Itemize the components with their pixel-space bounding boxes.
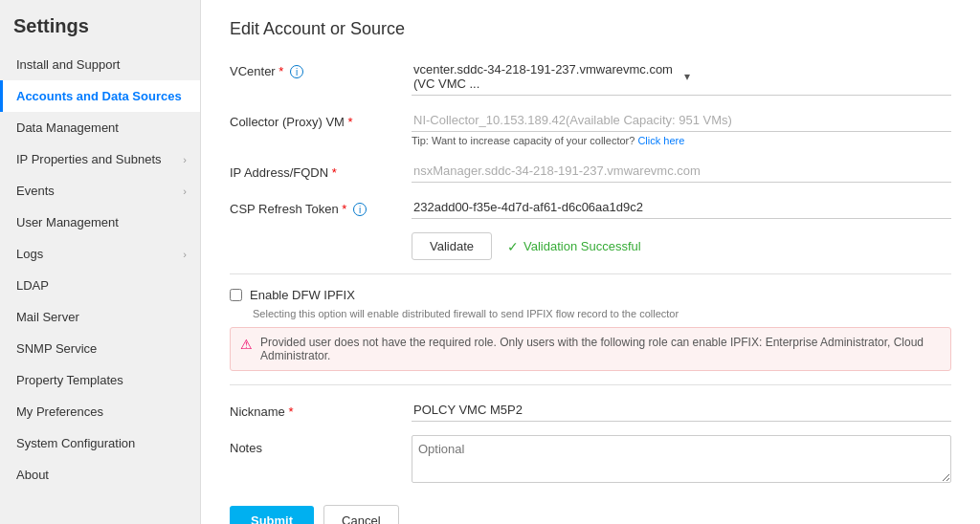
sidebar-item-system-configuration[interactable]: System Configuration: [0, 427, 200, 459]
notes-textarea[interactable]: [412, 435, 951, 483]
ip-row: IP Address/FQDN *: [230, 160, 951, 183]
nickname-input[interactable]: [412, 399, 951, 422]
notes-field: [412, 435, 951, 486]
nickname-label: Nickname *: [230, 399, 412, 419]
cancel-button[interactable]: Cancel: [323, 505, 398, 524]
sidebar-item-accounts-data-sources[interactable]: Accounts and Data Sources: [0, 80, 200, 112]
sidebar-item-label: Install and Support: [16, 57, 120, 72]
validation-success: ✓ Validation Successful: [507, 239, 641, 254]
action-row: Submit Cancel: [230, 505, 951, 524]
dfw-check-row: Enable DFW IPFIX: [230, 288, 951, 302]
dfw-label[interactable]: Enable DFW IPFIX: [250, 288, 355, 302]
divider: [230, 273, 951, 274]
validate-button[interactable]: Validate: [412, 232, 492, 260]
dfw-warning: ⚠ Provided user does not have the requir…: [230, 327, 951, 371]
sidebar-item-label: Logs: [16, 247, 43, 261]
sidebar-item-my-preferences[interactable]: My Preferences: [0, 396, 200, 427]
chevron-right-icon: ›: [183, 249, 187, 260]
collector-label: Collector (Proxy) VM *: [230, 109, 412, 129]
dfw-section: Enable DFW IPFIX Selecting this option w…: [230, 288, 951, 371]
collector-row: Collector (Proxy) VM * Tip: Want to incr…: [230, 109, 951, 146]
csp-info-icon[interactable]: i: [353, 203, 367, 216]
sidebar-item-label: Events: [16, 184, 55, 198]
sidebar-item-label: IP Properties and Subnets: [16, 152, 162, 166]
csp-input[interactable]: [412, 196, 951, 219]
sidebar-item-label: LDAP: [16, 278, 49, 293]
sidebar-item-label: Data Management: [16, 120, 119, 135]
main-content: Edit Account or Source VCenter * i vcent…: [201, 0, 980, 524]
sidebar-item-property-templates[interactable]: Property Templates: [0, 364, 200, 396]
collector-hint: Tip: Want to increase capacity of your c…: [412, 135, 951, 146]
sidebar-item-label: Property Templates: [16, 373, 123, 387]
chevron-right-icon: ›: [183, 186, 187, 197]
ip-label: IP Address/FQDN *: [230, 160, 412, 180]
sidebar-item-about[interactable]: About: [0, 459, 200, 491]
sidebar-item-label: Accounts and Data Sources: [16, 89, 182, 103]
collector-input[interactable]: [412, 109, 951, 132]
nickname-field: [412, 399, 951, 422]
warning-icon: ⚠: [240, 337, 253, 352]
click-here-link[interactable]: Click here: [637, 135, 684, 146]
chevron-right-icon: ›: [183, 154, 187, 165]
ip-input[interactable]: [412, 160, 951, 183]
csp-row: CSP Refresh Token * i: [230, 196, 951, 219]
sidebar-item-ip-properties-subnets[interactable]: IP Properties and Subnets›: [0, 143, 200, 175]
check-icon: ✓: [507, 239, 519, 254]
sidebar-item-label: About: [16, 468, 49, 482]
vcenter-dropdown-arrow: ▾: [684, 70, 949, 83]
sidebar-item-label: Mail Server: [16, 310, 79, 324]
nickname-row: Nickname *: [230, 399, 951, 422]
sidebar-item-data-management[interactable]: Data Management: [0, 112, 200, 143]
csp-field: [412, 196, 951, 219]
sidebar-item-user-management[interactable]: User Management: [0, 207, 200, 238]
collector-field: Tip: Want to increase capacity of your c…: [412, 109, 951, 146]
sidebar: Settings Install and SupportAccounts and…: [0, 0, 201, 524]
divider-2: [230, 384, 951, 385]
sidebar-title: Settings: [0, 0, 200, 49]
vcenter-info-icon[interactable]: i: [290, 65, 303, 78]
sidebar-item-label: System Configuration: [16, 436, 135, 450]
submit-button[interactable]: Submit: [230, 506, 314, 524]
vcenter-select[interactable]: vcenter.sddc-34-218-191-237.vmwarevmc.co…: [412, 58, 951, 96]
sidebar-item-install-support[interactable]: Install and Support: [0, 49, 200, 80]
sidebar-item-label: User Management: [16, 215, 119, 229]
sidebar-item-events[interactable]: Events›: [0, 175, 200, 207]
sidebar-item-ldap[interactable]: LDAP: [0, 270, 200, 301]
validate-row: Validate ✓ Validation Successful: [412, 232, 951, 260]
vcenter-field: vcenter.sddc-34-218-191-237.vmwarevmc.co…: [412, 58, 951, 96]
vcenter-label: VCenter * i: [230, 58, 412, 78]
vcenter-row: VCenter * i vcenter.sddc-34-218-191-237.…: [230, 58, 951, 96]
sidebar-item-snmp-service[interactable]: SNMP Service: [0, 333, 200, 364]
notes-row: Notes: [230, 435, 951, 486]
notes-label: Notes: [230, 435, 412, 455]
sidebar-item-label: SNMP Service: [16, 341, 97, 356]
sidebar-item-logs[interactable]: Logs›: [0, 238, 200, 270]
page-title: Edit Account or Source: [230, 19, 951, 39]
sidebar-item-mail-server[interactable]: Mail Server: [0, 301, 200, 333]
dfw-hint: Selecting this option will enable distri…: [253, 308, 951, 319]
sidebar-item-label: My Preferences: [16, 404, 103, 419]
dfw-checkbox[interactable]: [230, 289, 242, 301]
csp-label: CSP Refresh Token * i: [230, 196, 412, 216]
ip-field: [412, 160, 951, 183]
